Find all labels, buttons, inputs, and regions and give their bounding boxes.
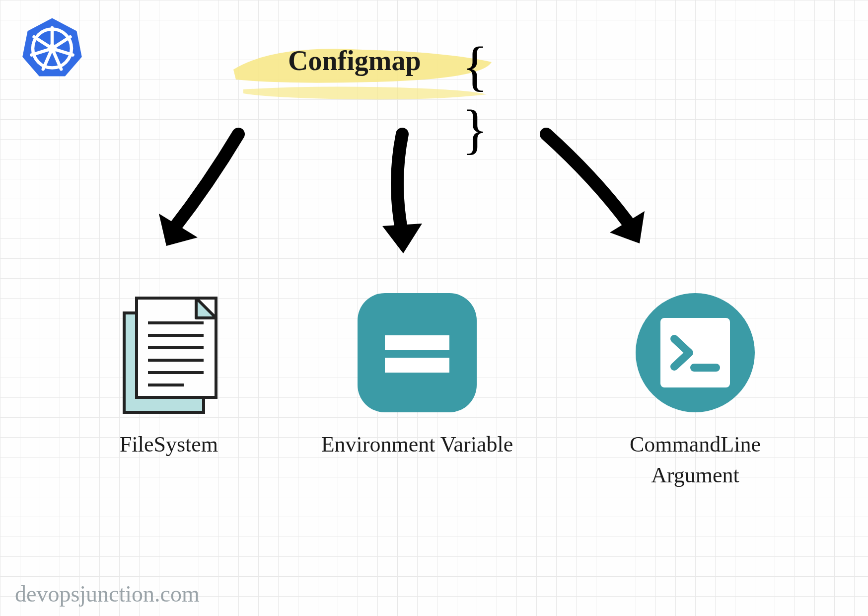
env-icon: [353, 288, 482, 417]
filesystem-label: FileSystem: [89, 429, 248, 460]
env-label: Environment Variable: [293, 429, 541, 460]
watermark-label: devopsjunction.com: [15, 581, 200, 607]
diagram-title: Configmap { }: [223, 30, 571, 109]
node-cli: CommandLine Argument: [591, 288, 799, 490]
arrow-center-icon: [358, 124, 447, 268]
node-filesystem: FileSystem: [89, 288, 248, 460]
svg-rect-18: [358, 293, 477, 412]
kubernetes-logo-icon: [20, 15, 84, 81]
node-env: Environment Variable: [293, 288, 541, 460]
svg-rect-19: [385, 335, 449, 350]
title-label: Configmap: [288, 45, 421, 77]
svg-rect-20: [385, 358, 449, 373]
arrow-right-icon: [526, 124, 665, 263]
filesystem-icon: [109, 288, 228, 417]
arrow-left-icon: [139, 124, 268, 263]
cli-icon: [631, 288, 760, 417]
svg-rect-22: [660, 318, 730, 387]
cli-label: CommandLine Argument: [591, 429, 799, 490]
